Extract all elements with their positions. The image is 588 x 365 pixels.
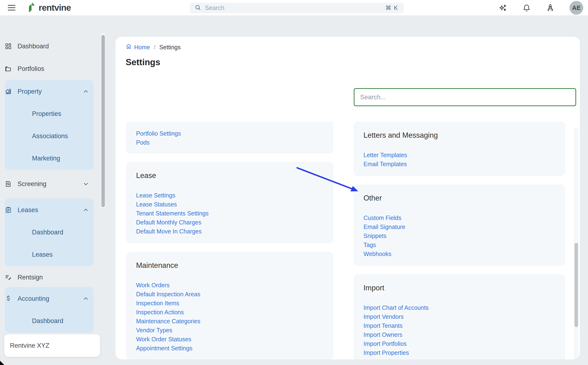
avatar[interactable]: AE [569, 1, 583, 15]
sidebar-nav: DashboardPortfoliosPropertyPropertiesAss… [0, 16, 109, 365]
rentvine-leaf-icon [27, 2, 37, 14]
card-links: Portfolio SettingsPods [136, 129, 323, 147]
settings-link-webhooks[interactable]: Webhooks [363, 249, 391, 258]
settings-link-portfolio-settings[interactable]: Portfolio Settings [136, 129, 181, 138]
sidebar-section-property: PropertyPropertiesAssociationsMarketing [5, 80, 94, 170]
settings-link-import-tenants[interactable]: Import Tenants [363, 321, 403, 330]
rentvine-logo[interactable]: rentvine [27, 2, 71, 14]
workspace-name: Rentvine XYZ [10, 342, 50, 349]
card-links: Lease SettingsLease StatusesTenant State… [136, 191, 323, 236]
sidebar-subitem-dashboard[interactable]: Dashboard [5, 226, 94, 238]
card-title: Lease [136, 171, 323, 180]
card-title: Other [363, 193, 555, 203]
settings-link-email-templates[interactable]: Email Templates [363, 160, 407, 168]
search-shortcut: ⌘ K [385, 5, 398, 11]
sidebar-item-label: Screening [18, 180, 82, 188]
settings-link-snippets[interactable]: Snippets [363, 231, 386, 240]
breadcrumb-home-label: Home [134, 44, 150, 51]
card-title: Letters and Messaging [363, 131, 555, 140]
settings-link-letter-templates[interactable]: Letter Templates [363, 150, 407, 160]
workspace-switcher[interactable]: Rentvine XYZ [4, 334, 100, 357]
settings-link-custom-fields[interactable]: Custom Fields [363, 213, 401, 222]
settings-link-default-move-in-charges[interactable]: Default Move In Charges [136, 227, 202, 236]
sidebar-subitem-marketing[interactable]: Marketing [5, 152, 94, 164]
settings-link-lease-settings[interactable]: Lease Settings [136, 191, 175, 200]
breadcrumb-current: Settings [159, 44, 181, 51]
settings-link-lease-statuses[interactable]: Lease Statuses [136, 200, 177, 209]
chevron-up-icon [82, 88, 89, 95]
home-icon [126, 43, 132, 51]
settings-card-lease: LeaseLease SettingsLease StatusesTenant … [126, 162, 333, 243]
sidebar-item-property[interactable]: Property [5, 85, 94, 98]
leases-icon [5, 206, 14, 214]
settings-link-default-inspection-areas[interactable]: Default Inspection Areas [136, 290, 200, 299]
sidebar-item-accounting[interactable]: Accounting [5, 293, 94, 305]
notifications-bell-icon[interactable] [522, 3, 531, 12]
rentsign-icon [5, 274, 14, 281]
settings-search-input[interactable] [354, 88, 576, 106]
sidebar-item-rentsign[interactable]: Rentsign [5, 271, 94, 283]
sidebar-item-label: Dashboard [18, 43, 94, 50]
card-title: Import [363, 283, 555, 293]
settings-card-other: OtherCustom FieldsEmail SignatureSnippet… [354, 185, 565, 266]
breadcrumb-home-link[interactable]: Home [126, 43, 150, 51]
brand-name: rentvine [39, 3, 71, 13]
settings-link-tags[interactable]: Tags [363, 240, 376, 249]
sidebar-item-label: Rentsign [18, 274, 94, 281]
top-bar: rentvine Search ⌘ K [0, 0, 588, 16]
page-title: Settings [126, 57, 160, 67]
settings-link-import-portfolios[interactable]: Import Portfolios [363, 339, 407, 348]
settings-link-work-order-statuses[interactable]: Work Order Statuses [136, 335, 191, 344]
settings-link-pods[interactable]: Pods [136, 138, 150, 147]
sidebar-item-label: Leases [18, 206, 82, 214]
sidebar-item-label: Property [18, 88, 82, 95]
settings-link-import-properties[interactable]: Import Properties [363, 348, 409, 357]
hamburger-menu-icon[interactable] [8, 3, 18, 13]
settings-column-right: Letters and MessagingLetter TemplatesEma… [354, 122, 565, 359]
sidebar-item-screening[interactable]: Screening [5, 178, 94, 190]
settings-link-work-orders[interactable]: Work Orders [136, 281, 170, 290]
settings-link-vendor-types[interactable]: Vendor Types [136, 326, 172, 335]
sidebar-item-label: Accounting [18, 295, 82, 302]
settings-link-appointment-settings[interactable]: Appointment Settings [136, 344, 192, 353]
settings-panel: Home / Settings Settings Portfolio Setti… [115, 37, 580, 359]
sidebar-subitem-dashboard[interactable]: Dashboard [5, 315, 94, 327]
settings-link-import-chart-of-accounts[interactable]: Import Chart of Accounts [363, 303, 429, 312]
settings-link-inspection-actions[interactable]: Inspection Actions [136, 308, 184, 317]
sidebar-item-portfolios[interactable]: Portfolios [5, 63, 94, 75]
settings-card-maintenance: MaintenanceWork OrdersDefault Inspection… [126, 252, 333, 359]
sidebar-section-leases: LeasesDashboardLeases [5, 198, 94, 266]
settings-link-import-units[interactable]: Import Units [363, 357, 396, 359]
sparkles-ai-icon[interactable] [498, 3, 507, 12]
global-search-placeholder: Search [205, 4, 385, 12]
settings-card-clipped: Portfolio SettingsPods [126, 122, 333, 153]
sidebar-item-dashboard[interactable]: Dashboard [5, 40, 94, 52]
sidebar-section-accounting: AccountingDashboard [5, 287, 94, 332]
chevron-up-icon [82, 207, 89, 213]
whats-new-rocket-icon[interactable] [546, 3, 555, 12]
accounting-icon [5, 295, 14, 302]
sidebar-scrollbar-thumb[interactable] [101, 35, 105, 207]
folder-icon [5, 65, 14, 72]
settings-link-maintenance-categories[interactable]: Maintenance Categories [136, 317, 200, 326]
settings-link-import-vendors[interactable]: Import Vendors [363, 312, 404, 321]
breadcrumb: Home / Settings [126, 43, 181, 51]
breadcrumb-separator: / [154, 44, 156, 51]
settings-link-import-owners[interactable]: Import Owners [363, 330, 402, 339]
settings-link-default-monthly-charges[interactable]: Default Monthly Charges [136, 218, 201, 227]
chevron-down-icon [82, 181, 89, 187]
sidebar-subitem-associations[interactable]: Associations [5, 130, 94, 142]
sidebar-item-label: Portfolios [18, 65, 94, 72]
settings-link-tenant-statements-settings[interactable]: Tenant Statements Settings [136, 209, 209, 218]
sidebar-subitem-properties[interactable]: Properties [5, 108, 94, 120]
card-links: Work OrdersDefault Inspection AreasInspe… [136, 281, 323, 353]
settings-link-email-signature[interactable]: Email Signature [363, 222, 405, 231]
content-scrollbar-thumb[interactable] [574, 243, 578, 327]
global-search-input[interactable]: Search ⌘ K [190, 3, 404, 13]
sidebar-item-leases[interactable]: Leases [5, 204, 94, 216]
sidebar-subitem-leases[interactable]: Leases [5, 249, 94, 260]
card-links: Import Chart of AccountsImport VendorsIm… [363, 303, 555, 359]
settings-link-inspection-items[interactable]: Inspection Items [136, 299, 179, 308]
card-links: Letter TemplatesEmail Templates [363, 150, 555, 168]
card-links: Custom FieldsEmail SignatureSnippetsTags… [363, 213, 555, 258]
